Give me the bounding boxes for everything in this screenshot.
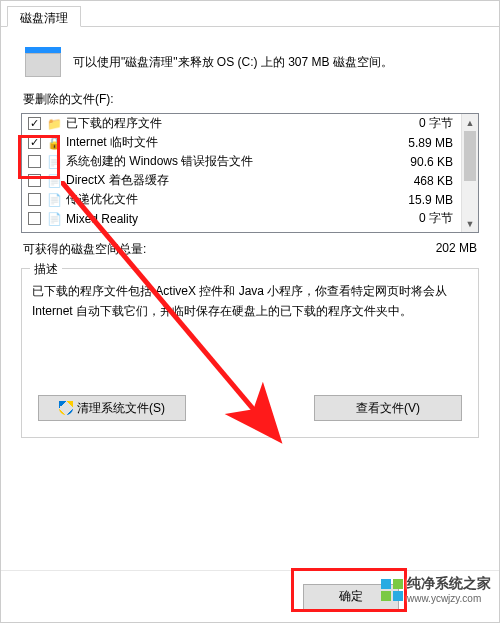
scrollbar[interactable]: ▲ ▼	[461, 114, 478, 232]
file-name: DirectX 着色器缓存	[66, 172, 414, 189]
ok-button-label: 确定	[339, 588, 363, 605]
file-list-item[interactable]: ✓📁已下载的程序文件0 字节	[22, 114, 461, 133]
file-type-icon: 📁	[47, 116, 62, 131]
watermark-url: www.ycwjzy.com	[407, 593, 491, 604]
file-size: 0 字节	[419, 210, 457, 227]
clean-system-files-label: 清理系统文件(S)	[77, 400, 165, 417]
tab-disk-cleanup[interactable]: 磁盘清理	[7, 6, 81, 27]
file-size: 15.9 MB	[408, 193, 457, 207]
watermark-logo-icon	[381, 579, 403, 601]
file-name: 已下载的程序文件	[66, 115, 419, 132]
file-list-item[interactable]: ✓🔒Internet 临时文件5.89 MB	[22, 133, 461, 152]
checkbox[interactable]: ✓	[28, 136, 41, 149]
file-type-icon: 📄	[47, 173, 62, 188]
description-group: 描述 已下载的程序文件包括 ActiveX 控件和 Java 小程序，你查看特定…	[21, 268, 479, 438]
description-legend: 描述	[30, 261, 62, 278]
checkbox[interactable]	[28, 174, 41, 187]
checkbox[interactable]	[28, 212, 41, 225]
scroll-down-button[interactable]: ▼	[462, 215, 478, 232]
file-size: 5.89 MB	[408, 136, 457, 150]
scroll-up-button[interactable]: ▲	[462, 114, 478, 131]
view-files-label: 查看文件(V)	[356, 400, 420, 417]
total-row: 可获得的磁盘空间总量: 202 MB	[23, 241, 477, 258]
scroll-track[interactable]	[462, 131, 478, 215]
file-list-item[interactable]: 📄DirectX 着色器缓存468 KB	[22, 171, 461, 190]
file-list-item[interactable]: 📄传递优化文件15.9 MB	[22, 190, 461, 209]
dialog-content: 可以使用"磁盘清理"来释放 OS (C:) 上的 307 MB 磁盘空间。 要删…	[1, 27, 499, 450]
file-name: Mixed Reality	[66, 212, 419, 226]
file-type-icon: 📄	[47, 211, 62, 226]
disk-cleanup-dialog: 磁盘清理 可以使用"磁盘清理"来释放 OS (C:) 上的 307 MB 磁盘空…	[0, 0, 500, 623]
checkbox[interactable]	[28, 155, 41, 168]
clean-system-files-button[interactable]: 清理系统文件(S)	[38, 395, 186, 421]
file-list-rows: ✓📁已下载的程序文件0 字节✓🔒Internet 临时文件5.89 MB📄系统创…	[22, 114, 461, 232]
files-to-delete-label: 要删除的文件(F):	[23, 91, 477, 108]
watermark-text: 纯净系统之家	[407, 575, 491, 591]
file-name: 传递优化文件	[66, 191, 408, 208]
tab-strip: 磁盘清理	[1, 1, 499, 27]
file-name: Internet 临时文件	[66, 134, 408, 151]
file-list: ✓📁已下载的程序文件0 字节✓🔒Internet 临时文件5.89 MB📄系统创…	[21, 113, 479, 233]
file-type-icon: 📄	[47, 192, 62, 207]
file-name: 系统创建的 Windows 错误报告文件	[66, 153, 410, 170]
description-text: 已下载的程序文件包括 ActiveX 控件和 Java 小程序，你查看特定网页时…	[32, 281, 468, 345]
file-size: 0 字节	[419, 115, 457, 132]
file-size: 90.6 KB	[410, 155, 457, 169]
file-list-item[interactable]: 📄系统创建的 Windows 错误报告文件90.6 KB	[22, 152, 461, 171]
total-value: 202 MB	[436, 241, 477, 258]
watermark: 纯净系统之家 www.ycwjzy.com	[381, 575, 491, 604]
checkbox[interactable]: ✓	[28, 117, 41, 130]
uac-shield-icon	[59, 401, 73, 415]
total-label: 可获得的磁盘空间总量:	[23, 241, 146, 258]
scroll-thumb[interactable]	[464, 131, 476, 181]
description-buttons: 清理系统文件(S) 查看文件(V)	[32, 395, 468, 421]
drive-icon	[25, 47, 61, 77]
file-type-icon: 📄	[47, 154, 62, 169]
checkbox[interactable]	[28, 193, 41, 206]
intro-row: 可以使用"磁盘清理"来释放 OS (C:) 上的 307 MB 磁盘空间。	[25, 47, 475, 77]
file-type-icon: 🔒	[47, 135, 62, 150]
intro-text: 可以使用"磁盘清理"来释放 OS (C:) 上的 307 MB 磁盘空间。	[73, 54, 393, 71]
file-list-item[interactable]: 📄Mixed Reality0 字节	[22, 209, 461, 228]
file-size: 468 KB	[414, 174, 457, 188]
view-files-button[interactable]: 查看文件(V)	[314, 395, 462, 421]
